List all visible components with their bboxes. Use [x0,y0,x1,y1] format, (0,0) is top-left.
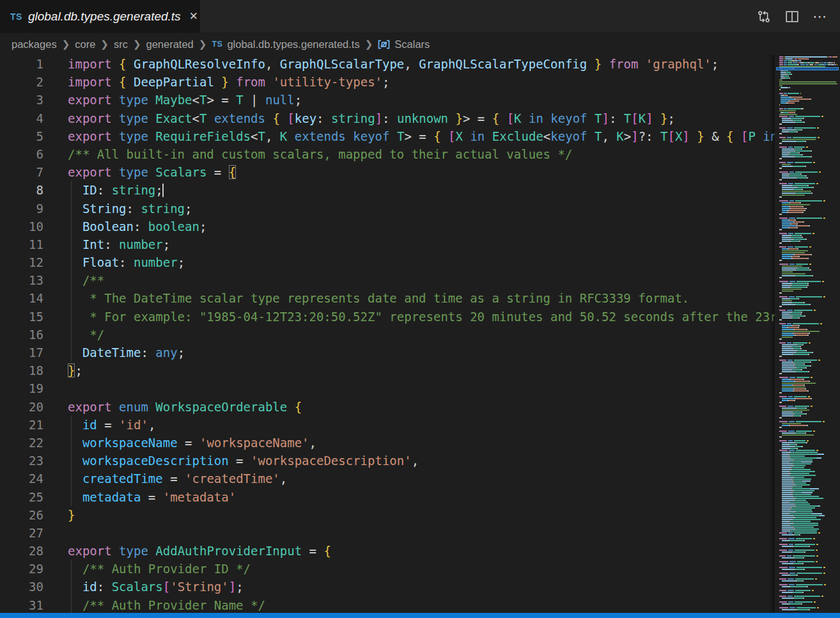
minimap-line [779,189,837,190]
code-token: T [595,111,602,125]
minimap-line [779,452,837,453]
minimap-line [779,517,837,518]
minimap-line [779,550,837,551]
minimap-line [779,97,837,98]
minimap-line [779,137,837,138]
code-token: > = [206,93,236,107]
code-line: 28export type AddAuthProviderInput = { [0,542,775,560]
code-token: ; [75,363,82,377]
minimap[interactable] [775,55,840,613]
code-token: AddAuthProviderInput [155,544,302,558]
code-token: { [119,75,126,89]
line-number: 13 [0,271,43,289]
breadcrumb-item-generated[interactable]: generated [146,38,193,51]
minimap-line [779,503,837,505]
line-number: 1 [0,55,43,73]
minimap-line [779,173,837,175]
line-number: 23 [0,452,43,470]
code-token [587,111,595,125]
minimap-line [779,394,837,395]
breadcrumb-item-global-db-types-generated-ts[interactable]: TSglobal.db.types.generated.ts [212,38,359,51]
code-token [441,129,448,143]
minimap-line [779,534,837,535]
breadcrumb-item-scalars[interactable]: Scalars [378,38,430,51]
minimap-line [779,417,837,418]
code-token: import [68,57,112,71]
code-line: 4export type Exact<T extends { [key: str… [0,109,775,127]
minimap-line [779,206,837,207]
code-token: in [470,129,485,143]
code-token: [ [631,111,638,125]
line-number: 16 [0,326,43,344]
minimap-line [779,438,837,440]
code-token [68,454,82,468]
minimap-line [779,194,837,196]
code-line: 20export enum WorkspaceOrderable { [0,398,775,416]
code-token: K [616,129,623,143]
minimap-line [779,131,837,132]
code-token: T [199,111,206,125]
code-token: * For example: "1985-04-12T23:20:50.52Z"… [68,310,775,324]
minimap-line [779,147,837,148]
indent-guide [71,488,72,506]
minimap-line [779,202,837,203]
minimap-line [779,365,837,367]
minimap-line [779,409,837,411]
line-number: 4 [0,109,43,127]
code-token: { [433,129,440,143]
minimap-line [779,513,837,514]
minimap-line [779,285,837,286]
minimap-line [779,473,837,474]
minimap-line [779,181,837,182]
split-editor-icon [784,9,800,24]
code-token [587,129,594,143]
breadcrumb-label: src [114,38,128,51]
split-editor-button[interactable] [782,7,802,26]
code-token: 'workspaceDescription' [251,454,412,468]
editor: 1import { GraphQLResolveInfo, GraphQLSca… [0,55,840,613]
minimap-line [779,246,837,248]
breadcrumb-item-core[interactable]: core [75,38,95,51]
code-token [68,237,82,251]
code-token: ; [236,580,243,594]
minimap-line [779,212,837,213]
minimap-line [779,555,837,557]
compare-changes-button[interactable] [754,7,774,26]
code-token: export [68,165,112,179]
minimap-line [779,342,837,344]
code-token [148,111,155,125]
minimap-line [779,584,837,585]
code-token: metadata [82,490,141,504]
minimap-line [779,104,837,106]
more-actions-button[interactable]: ⋯ [811,7,830,26]
minimap-line [779,467,837,468]
compare-changes-icon [756,9,772,24]
close-icon[interactable]: ✕ [189,10,198,23]
indent-guide [71,596,72,613]
line-number: 2 [0,73,43,91]
minimap-line [779,434,837,436]
code-line: 19 [0,379,775,397]
minimap-line [779,419,837,420]
tab-global-db-types-generated[interactable]: TS global.db.types.generated.ts ✕ [0,0,200,33]
code-token: workspaceName [82,436,178,450]
breadcrumb-item-packages[interactable]: packages [12,38,57,51]
minimap-line [779,367,837,368]
minimap-line [779,304,837,305]
minimap-line [779,358,837,359]
minimap-line [779,544,837,545]
breadcrumb-item-src[interactable]: src [114,38,128,51]
minimap-line [779,310,837,311]
minimap-line [779,289,837,290]
code-token: */ [68,328,104,342]
minimap-line [779,350,837,351]
minimap-line [779,390,837,392]
code-token [389,129,396,143]
code-token: WorkspaceOrderable [155,400,287,414]
minimap-line [779,294,837,296]
line-text: * The DateTime scalar type represents da… [43,289,775,307]
code-area[interactable]: 1import { GraphQLResolveInfo, GraphQLSca… [0,55,775,613]
code-token: [ [163,580,170,594]
minimap-line [779,242,837,244]
code-token [265,75,272,89]
